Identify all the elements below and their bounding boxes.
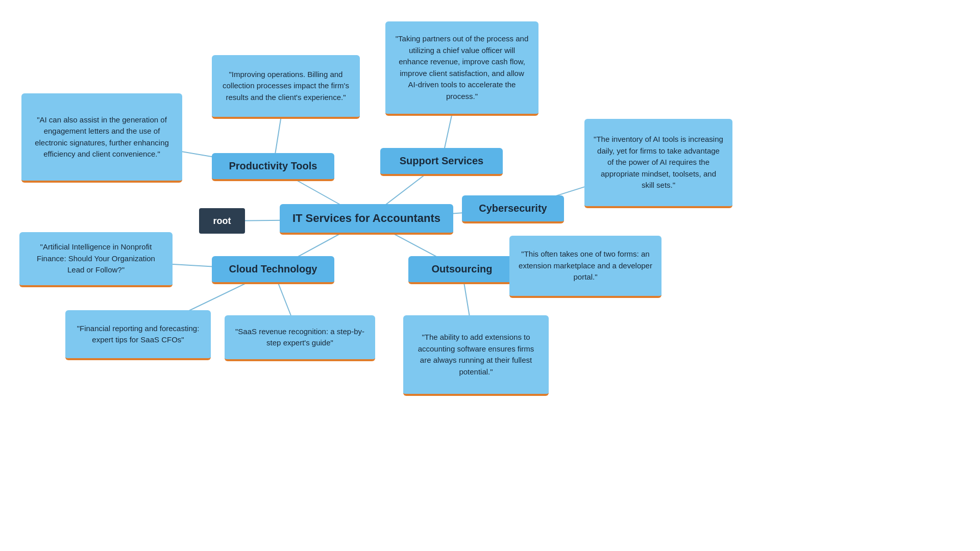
cybersecurity-node[interactable]: Cybersecurity: [462, 195, 564, 223]
quote8-text: "This often takes one of two forms: an e…: [519, 248, 652, 283]
quote6-text: "Financial reporting and forecasting: ex…: [75, 323, 202, 346]
quote9-text: "The ability to add extensions to accoun…: [412, 332, 540, 378]
outsourcing-node[interactable]: Outsourcing: [408, 256, 516, 284]
support-label: Support Services: [400, 155, 484, 167]
center-node[interactable]: IT Services for Accountants: [280, 204, 453, 235]
productivity-label: Productivity Tools: [229, 160, 317, 172]
support-node[interactable]: Support Services: [380, 148, 503, 176]
quote7-node: "SaaS revenue recognition: a step-by-ste…: [225, 315, 375, 361]
outsourcing-label: Outsourcing: [432, 263, 493, 275]
quote4-node: "The inventory of AI tools is increasing…: [584, 119, 732, 208]
root-label: root: [213, 216, 231, 227]
quote1-text: "Improving operations. Billing and colle…: [221, 69, 351, 104]
center-label: IT Services for Accountants: [292, 212, 440, 225]
quote6-node: "Financial reporting and forecasting: ex…: [65, 310, 211, 360]
productivity-node[interactable]: Productivity Tools: [212, 153, 334, 181]
cloud-label: Cloud Technology: [229, 263, 317, 275]
quote1-node: "Improving operations. Billing and colle…: [212, 55, 360, 119]
quote9-node: "The ability to add extensions to accoun…: [403, 315, 549, 396]
quote5-text: "Artificial Intelligence in Nonprofit Fi…: [29, 241, 163, 276]
quote3-text: "AI can also assist in the generation of…: [31, 114, 173, 160]
quote5-node: "Artificial Intelligence in Nonprofit Fi…: [19, 232, 173, 287]
quote2-node: "Taking partners out of the process and …: [385, 21, 538, 116]
cloud-node[interactable]: Cloud Technology: [212, 256, 334, 284]
quote2-text: "Taking partners out of the process and …: [395, 33, 529, 102]
quote4-text: "The inventory of AI tools is increasing…: [594, 134, 723, 191]
quote8-node: "This often takes one of two forms: an e…: [509, 236, 662, 298]
quote3-node: "AI can also assist in the generation of…: [21, 93, 182, 183]
root-node[interactable]: root: [199, 208, 245, 234]
cybersecurity-label: Cybersecurity: [479, 203, 547, 214]
quote7-text: "SaaS revenue recognition: a step-by-ste…: [234, 326, 366, 349]
